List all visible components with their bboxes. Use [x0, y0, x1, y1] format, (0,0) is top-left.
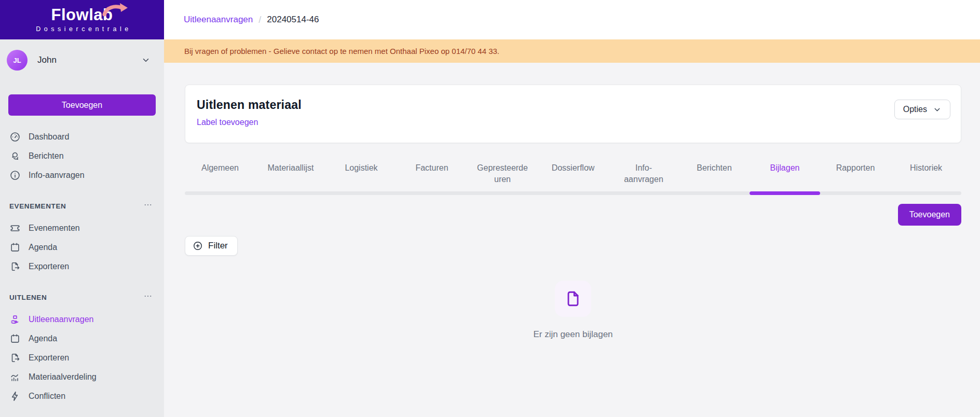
bolt-icon [9, 391, 21, 402]
page-title: Uitlenen materiaal [197, 98, 302, 112]
sidebar-item-exporteren[interactable]: Exporteren [0, 257, 164, 276]
sidebar-item-dashboard[interactable]: Dashboard [0, 127, 164, 146]
chevron-down-icon[interactable] [141, 55, 151, 65]
empty-state: Er zijn geen bijlagen [185, 281, 961, 340]
ellipsis-icon [143, 291, 153, 303]
sidebar-item-label: Uitleenaanvragen [29, 315, 93, 324]
brand-name: Flowlab [51, 7, 113, 23]
sidebar-item-exporteren[interactable]: Exporteren [0, 348, 164, 367]
chevron-down-icon [933, 105, 942, 114]
tab-gepresteerde-uren[interactable]: Gepresteerde uren [467, 162, 538, 195]
sidebar-item-uitleenaanvragen[interactable]: Uitleenaanvragen [0, 310, 164, 329]
sidebar-item-evenementen[interactable]: Evenementen [0, 218, 164, 238]
sidebar-section-evenementen-items: EvenementenAgendaExporteren [0, 218, 164, 276]
tab-underline [185, 191, 255, 195]
sidebar-item-label: Info-aanvragen [29, 171, 85, 180]
file-export-icon [9, 261, 21, 272]
sidebar-item-materiaalverdeling[interactable]: Materiaalverdeling [0, 367, 164, 386]
toolbar: Toevoegen [185, 204, 961, 226]
tab-label: Berichten [697, 162, 732, 191]
brand-logo[interactable]: Flowlab Dossiercentrale [0, 0, 164, 39]
tab-bijlagen[interactable]: Bijlagen [750, 162, 820, 195]
topbar: Uitleenaanvragen / 20240514-46 [164, 0, 980, 39]
empty-state-icon-box [555, 281, 591, 317]
sidebar-item-label: Berichten [29, 151, 64, 161]
tab-underline [891, 191, 961, 195]
tab-label: Bijlagen [770, 162, 800, 191]
tab-label: Dossierflow [552, 162, 595, 191]
calendar-icon [9, 242, 21, 253]
sidebar-item-agenda[interactable]: Agenda [0, 238, 164, 257]
tab-underline [608, 191, 679, 195]
section-title-uitlenen: UITLENEN [9, 294, 47, 301]
tab-logistiek[interactable]: Logistiek [326, 162, 397, 195]
info-circle-icon [9, 170, 21, 181]
breadcrumb: Uitleenaanvragen / 20240514-46 [184, 15, 319, 25]
tab-label: Algemeen [201, 162, 239, 191]
plus-circle-icon [193, 241, 203, 251]
sidebar-item-label: Agenda [29, 334, 57, 343]
tab-label: Historiek [910, 162, 942, 191]
sidebar-item-label: Exporteren [29, 353, 69, 363]
tab-historiek[interactable]: Historiek [891, 162, 961, 195]
tab-algemeen[interactable]: Algemeen [185, 162, 255, 195]
user-menu[interactable]: JL John [0, 39, 164, 71]
sidebar-item-label: Materiaalverdeling [29, 372, 97, 382]
opties-button[interactable]: Opties [894, 100, 950, 119]
breadcrumb-current: 20240514-46 [267, 15, 319, 25]
gauge-icon [9, 131, 21, 143]
sidebar-item-label: Conflicten [29, 392, 65, 401]
sidebar-item-agenda[interactable]: Agenda [0, 329, 164, 348]
tab-materiaallijst[interactable]: Materiaallijst [255, 162, 326, 195]
section-menu-button[interactable] [143, 291, 153, 303]
tab-underline [326, 191, 397, 195]
breadcrumb-link[interactable]: Uitleenaanvragen [184, 15, 253, 25]
tab-underline [255, 191, 326, 195]
tab-dossierflow[interactable]: Dossierflow [538, 162, 608, 195]
content: Uitlenen materiaal Label toevoegen Optie… [164, 63, 980, 417]
opties-button-label: Opties [903, 105, 927, 114]
main-area: Uitleenaanvragen / 20240514-46 Bij vrage… [164, 0, 980, 417]
toevoegen-button[interactable]: Toevoegen [898, 204, 961, 226]
sidebar-item-label: Agenda [29, 243, 57, 252]
notice-banner: Bij vragen of problemen - Gelieve contac… [164, 39, 980, 63]
sidebar: Flowlab Dossiercentrale JL John Toevoege… [0, 0, 164, 417]
tab-underline [820, 191, 891, 195]
tab-berichten[interactable]: Berichten [679, 162, 750, 195]
notice-text: Bij vragen of problemen - Gelieve contac… [184, 47, 499, 55]
tab-label: Facturen [415, 162, 448, 191]
tab-info-aanvragen[interactable]: Info-aanvragen [608, 162, 679, 195]
sidebar-section-uitlenen-items: UitleenaanvragenAgendaExporterenMateriaa… [0, 310, 164, 406]
brand-tagline: Dossiercentrale [32, 25, 131, 33]
sidebar-item-berichten[interactable]: Berichten [0, 146, 164, 165]
sidebar-item-label: Exporteren [29, 262, 69, 271]
tab-label: Rapporten [836, 162, 875, 191]
sidebar-add-button[interactable]: Toevoegen [8, 94, 156, 116]
tab-underline [538, 191, 608, 195]
tab-label: Logistiek [345, 162, 377, 191]
tab-label: Gepresteerde uren [477, 162, 528, 191]
file-export-icon [9, 352, 21, 364]
filter-button[interactable]: Filter [185, 236, 238, 256]
tabs: AlgemeenMateriaallijstLogistiekFacturenG… [185, 162, 961, 195]
section-menu-button[interactable] [143, 200, 153, 212]
tab-label: Info-aanvragen [618, 162, 670, 191]
tab-facturen[interactable]: Facturen [397, 162, 467, 195]
user-name: John [37, 55, 57, 65]
tab-rapporten[interactable]: Rapporten [820, 162, 891, 195]
sidebar-item-conflicten[interactable]: Conflicten [0, 386, 164, 406]
avatar: JL [7, 50, 28, 71]
sidebar-section-evenementen: EVENEMENTEN EvenementenAgendaExporteren [0, 200, 164, 276]
hand-box-icon [9, 314, 21, 325]
sidebar-item-label: Dashboard [29, 132, 69, 142]
tab-underline [397, 191, 467, 195]
empty-state-message: Er zijn geen bijlagen [533, 329, 612, 340]
label-toevoegen-link[interactable]: Label toevoegen [197, 118, 302, 127]
sidebar-item-info-aanvragen[interactable]: Info-aanvragen [0, 165, 164, 185]
tab-label: Materiaallijst [268, 162, 314, 191]
chat-bubbles-icon [9, 150, 21, 162]
calendar-icon [9, 333, 21, 344]
tab-underline [467, 191, 538, 195]
section-title-evenementen: EVENEMENTEN [9, 202, 66, 210]
sidebar-item-label: Evenementen [29, 224, 80, 233]
